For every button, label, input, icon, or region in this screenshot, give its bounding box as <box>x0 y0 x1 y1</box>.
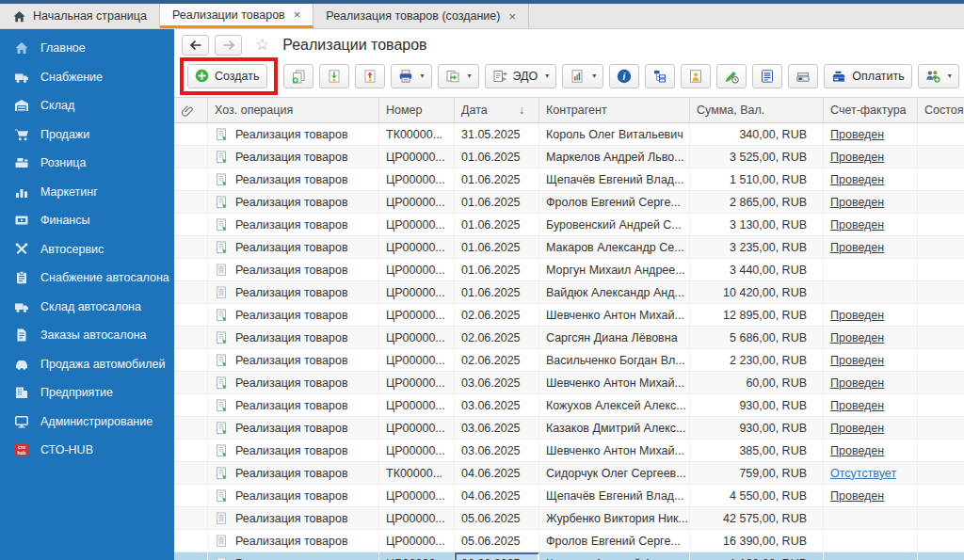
invoice-status-link[interactable]: Проведен <box>830 218 884 232</box>
sidebar-item-сто-hub[interactable]: стоhubСТО-HUB <box>0 436 174 465</box>
create-by-copy-button[interactable] <box>283 64 313 88</box>
tab-реализации-товаров[interactable]: Реализации товаров× <box>160 4 313 28</box>
table-row[interactable]: Реализация товаровЦР00000...03.06.2025Ка… <box>174 417 964 440</box>
sidebar-item-склад-автосалона[interactable]: Склад автосалона <box>0 293 174 322</box>
column-header-state[interactable]: Состояние <box>918 98 964 122</box>
back-button[interactable] <box>182 35 209 56</box>
cell-invoice-status: Проведен <box>824 304 918 326</box>
table-row[interactable]: Реализация товаровЦР00000...05.06.2025Фр… <box>174 530 964 552</box>
info-button[interactable]: i <box>609 64 639 88</box>
table-row[interactable]: Реализация товаровЦР00000...06.06.2025Ко… <box>174 552 964 560</box>
print-button[interactable]: ▾ <box>391 64 432 88</box>
column-header-num[interactable]: Номер <box>379 98 455 122</box>
dropdown-caret-icon[interactable]: ▾ <box>592 72 596 80</box>
table-row[interactable]: Реализация товаровЦР00000...01.06.2025Фр… <box>174 191 964 214</box>
table-row[interactable]: Реализация товаровТК00000...04.06.2025Си… <box>174 462 964 485</box>
sidebar-item-автосервис[interactable]: Автосервис <box>0 235 174 264</box>
invoice-status-link[interactable]: Проведен <box>830 354 884 367</box>
invoice-status-link[interactable]: Проведен <box>830 422 884 435</box>
cell-operation: Реализация товаров <box>208 372 379 393</box>
table-row[interactable]: Реализация товаровЦР00000...05.06.2025Жу… <box>174 507 964 530</box>
dropdown-caret-icon[interactable]: ▾ <box>421 72 425 80</box>
paperclip-icon <box>181 104 195 118</box>
sidebar-item-склад[interactable]: Склад <box>0 91 174 120</box>
invoice-status-link[interactable]: Проведен <box>830 128 884 141</box>
copy-list-button[interactable]: ▾ <box>438 64 479 88</box>
invoice-status-link[interactable]: Проведен <box>830 241 884 254</box>
invoice-status-link[interactable]: Отсутствует <box>830 467 896 480</box>
unpost-document-button[interactable] <box>355 64 385 88</box>
table-row[interactable]: Реализация товаровЦР00000...01.06.2025Бу… <box>174 214 964 236</box>
dropdown-caret-icon[interactable]: ▾ <box>468 72 472 80</box>
edo-button[interactable]: ЭДО▾ <box>485 64 557 88</box>
sidebar-item-маркетинг[interactable]: Маркетинг <box>0 178 174 207</box>
column-header-op[interactable]: Хоз. операция <box>208 98 379 122</box>
column-header-contra[interactable]: Контрагент <box>539 98 690 122</box>
forward-button[interactable] <box>215 35 242 56</box>
sidebar-item-финансы[interactable]: Финансы <box>0 206 174 235</box>
dropdown-caret-icon[interactable]: ▾ <box>948 72 952 80</box>
table-row[interactable]: Реализация товаровЦР00000...01.06.2025Ва… <box>174 281 964 304</box>
sidebar-item-предприятие[interactable]: Предприятие <box>0 378 174 408</box>
sidebar-item-заказы-автосалона[interactable]: Заказы автосалона <box>0 321 174 350</box>
assign-manager-button[interactable]: ▾ <box>918 64 959 88</box>
table-row[interactable]: Реализация товаровЦР00000...02.06.2025Ва… <box>174 349 964 372</box>
sidebar-item-продажа-автомобилей[interactable]: Продажа автомобилей <box>0 350 174 379</box>
cash-register-button[interactable] <box>788 64 818 88</box>
table-row[interactable]: Реализация товаровЦР00000...04.06.2025Ще… <box>174 485 964 507</box>
favorite-star-icon[interactable]: ☆ <box>255 35 269 55</box>
sidebar-item-администрирование[interactable]: Администрирование <box>0 408 174 437</box>
table-row[interactable]: Реализация товаровЦР00000...03.06.2025Ко… <box>174 394 964 417</box>
cell-invoice-status: Проведен <box>824 236 918 258</box>
tab-начальная-страница[interactable]: Начальная страница <box>0 4 160 28</box>
table-row[interactable]: Реализация товаровЦР00000...03.06.2025Ше… <box>174 372 964 394</box>
cell-number: ЦР00000... <box>379 304 455 326</box>
tab-реализация-товаров-создание[interactable]: Реализация товаров (создание)× <box>313 4 529 28</box>
column-header-invoice[interactable]: Счет-фактура <box>824 98 918 122</box>
close-tab-icon[interactable]: × <box>294 8 301 21</box>
invoice-status-link[interactable]: Проведен <box>830 173 884 186</box>
truck-icon <box>14 70 29 85</box>
sidebar-item-снабжение[interactable]: Снабжение <box>0 63 174 92</box>
invoice-status-link[interactable]: Проведен <box>830 151 884 164</box>
table-row[interactable]: Реализация товаровЦР00000...01.06.2025Ма… <box>174 236 964 259</box>
invoice-status-link[interactable]: Проведен <box>830 489 884 503</box>
sidebar-item-снабжение-автосалона[interactable]: Снабжение автосалона <box>0 264 174 293</box>
invoice-status-link[interactable]: Проведен <box>830 196 884 209</box>
invoice-status-link[interactable]: Проведен <box>830 399 884 412</box>
create-button[interactable]: Создать <box>187 64 267 88</box>
table-row[interactable]: Реализация товаровЦР00000...02.06.2025Са… <box>174 327 964 349</box>
person-frame-icon <box>688 69 703 84</box>
column-header-amount[interactable]: Сумма, Вал. <box>690 98 824 122</box>
table-row[interactable]: Реализация товаровЦР00000...02.06.2025Ше… <box>174 304 964 327</box>
sidebar-item-продажи[interactable]: Продажи <box>0 120 174 150</box>
people-plus-icon <box>925 69 940 84</box>
list-view-button[interactable] <box>752 64 782 88</box>
tab-label: Начальная страница <box>33 9 147 23</box>
invoice-status-link[interactable]: Проведен <box>830 376 884 390</box>
table-row[interactable]: Реализация товаровТК00000...31.05.2025Ко… <box>174 123 964 146</box>
dropdown-caret-icon[interactable]: ▾ <box>545 72 549 80</box>
sidebar-item-розница[interactable]: Розница <box>0 149 174 178</box>
table-row[interactable]: Реализация товаровЦР00000...01.06.2025Мо… <box>174 259 964 281</box>
table-row[interactable]: Реализация товаровЦР00000...01.06.2025Ма… <box>174 146 964 168</box>
pay-button[interactable]: Оплатить <box>824 64 911 88</box>
sidebar-item-label: Автосервис <box>40 243 104 256</box>
invoice-status-link[interactable]: Проведен <box>830 444 884 457</box>
invoice-status-link[interactable]: Проведен <box>830 331 884 344</box>
column-header-date[interactable]: Дата↓ <box>455 98 539 122</box>
monitor-icon <box>14 414 29 429</box>
table-row[interactable]: Реализация товаровЦР00000...01.06.2025Ще… <box>174 168 964 191</box>
invoice-status-link[interactable]: Проведен <box>830 309 884 322</box>
cell-counterparty: Буровенский Андрей С... <box>539 214 690 235</box>
sidebar-item-главное[interactable]: Главное <box>0 34 174 63</box>
edit-history-button[interactable] <box>716 64 747 88</box>
table-row[interactable]: Реализация товаровЦР00000...03.06.2025Ше… <box>174 440 964 462</box>
responsible-button[interactable] <box>681 64 711 88</box>
column-header-attach[interactable] <box>174 98 208 122</box>
cell-attachment <box>174 440 208 461</box>
post-document-button[interactable] <box>319 64 349 88</box>
structure-button[interactable] <box>645 64 675 88</box>
reports-button[interactable]: ▾ <box>562 64 603 88</box>
close-tab-icon[interactable]: × <box>508 10 516 23</box>
